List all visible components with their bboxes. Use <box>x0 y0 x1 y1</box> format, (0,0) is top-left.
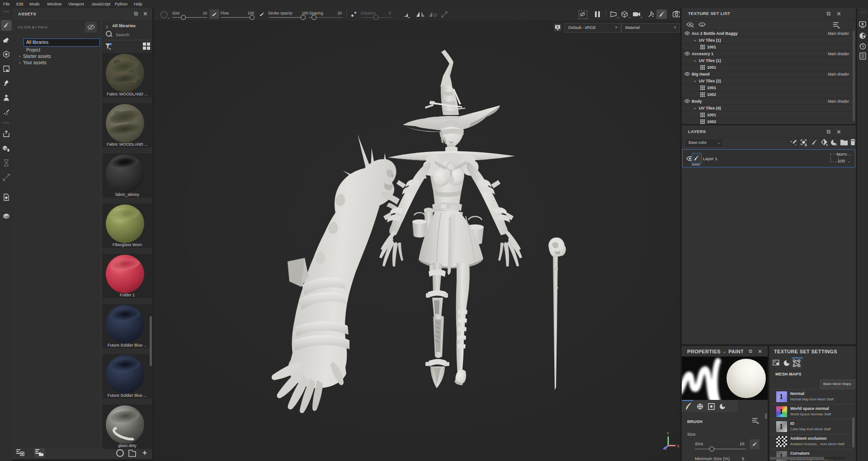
svg-text:X: X <box>677 444 679 448</box>
svg-text:Y: Y <box>667 431 670 436</box>
svg-text:1: 1 <box>701 23 703 27</box>
